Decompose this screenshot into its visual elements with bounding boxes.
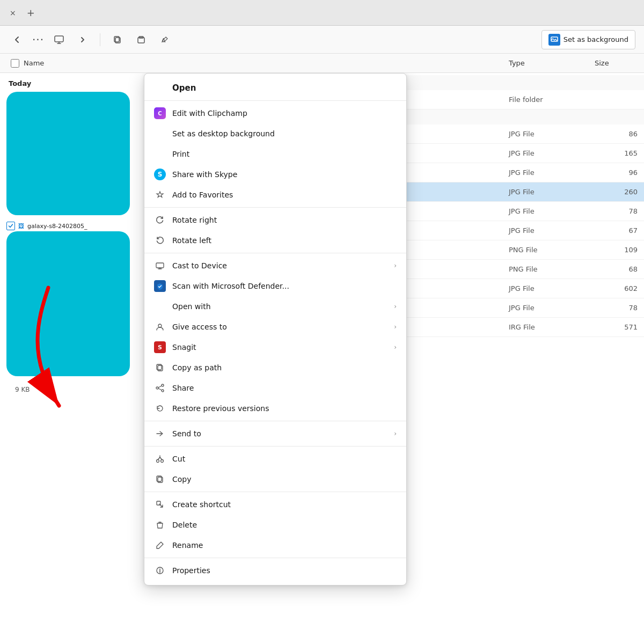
svg-point-12 [162, 384, 164, 386]
ctx-properties[interactable]: Properties [144, 560, 406, 581]
open-icon [154, 82, 166, 94]
cast-icon [154, 260, 166, 272]
ctx-print[interactable]: Print [144, 144, 406, 164]
cut-icon [154, 453, 166, 465]
ctx-open-with[interactable]: Open with › [144, 296, 406, 317]
paste-icon[interactable] [133, 31, 150, 48]
file-type-0: JPG File [509, 130, 595, 138]
selected-filename: galaxy-s8-2402805_ [27, 223, 87, 230]
ctx-section-manage: Create shortcut Delete Rename [144, 492, 406, 558]
ctx-properties-label: Properties [172, 566, 210, 575]
file-size-1: 165 [595, 149, 638, 157]
skype-icon: S [154, 169, 166, 180]
favorites-icon [154, 189, 166, 201]
ctx-edit-clipchamp[interactable]: C Edit with Clipchamp [144, 103, 406, 123]
ctx-share-skype[interactable]: S Share with Skype [144, 164, 406, 185]
file-list-header: Name Type Size [0, 54, 644, 73]
copy-icon[interactable] [109, 31, 126, 48]
ctx-open[interactable]: Open [144, 78, 406, 98]
ctx-copy-path[interactable]: Copy as path [144, 357, 406, 378]
give-access-icon [154, 321, 166, 333]
set-bg-icon [548, 34, 560, 46]
file-type-5: JPG File [509, 226, 595, 235]
rename-icon [154, 539, 166, 551]
ctx-delete[interactable]: Delete [144, 515, 406, 535]
ctx-cut-label: Cut [172, 455, 185, 463]
ctx-add-favorites[interactable]: Add to Favorites [144, 185, 406, 205]
column-header-size[interactable]: Size [595, 59, 638, 67]
ctx-scan-defender[interactable]: Scan with Microsoft Defender... [144, 276, 406, 296]
send-to-icon [154, 428, 166, 440]
copy-path-icon [154, 362, 166, 374]
ctx-cast-device[interactable]: Cast to Device › [144, 255, 406, 276]
ctx-section-properties: Properties [144, 558, 406, 583]
ctx-set-desktop-bg-label: Set as desktop background [172, 129, 275, 138]
chevron-right-button[interactable] [74, 31, 91, 48]
tab-add-button[interactable]: + [24, 5, 38, 20]
rotate-right-icon [154, 214, 166, 226]
desktop-bg-icon [154, 128, 166, 140]
print-icon [154, 148, 166, 160]
thumbnail-item-1[interactable] [6, 92, 130, 215]
ctx-restore-versions[interactable]: Restore previous versions [144, 398, 406, 419]
svg-point-14 [156, 387, 158, 389]
share-icon [154, 382, 166, 394]
ctx-section-more: Cast to Device › Scan with Microsoft Def… [144, 253, 406, 421]
ctx-share-label: Share [172, 384, 194, 392]
ctx-give-access[interactable]: Give access to › [144, 317, 406, 337]
ctx-copy-label: Copy [172, 475, 192, 484]
file-checkbox-selected[interactable] [6, 222, 15, 230]
rotate-left-icon [154, 235, 166, 246]
open-with-icon [154, 301, 166, 312]
ctx-snagit-label: Snagit [172, 343, 196, 352]
open-with-chevron: › [394, 303, 397, 310]
ctx-copy-path-label: Copy as path [172, 363, 222, 372]
file-type-folder: File folder [509, 96, 595, 104]
ctx-copy[interactable]: Copy [144, 469, 406, 489]
file-type-6: PNG File [509, 246, 595, 254]
file-size-selected: 260 [595, 188, 638, 196]
select-all-checkbox[interactable] [6, 59, 24, 68]
monitor-icon[interactable] [50, 31, 68, 48]
shortcut-icon [154, 499, 166, 510]
ctx-cut[interactable]: Cut [144, 449, 406, 469]
ctx-create-shortcut[interactable]: Create shortcut [144, 494, 406, 515]
ctx-copy-icon [154, 473, 166, 485]
file-type-2: JPG File [509, 169, 595, 177]
file-size-7: 68 [595, 265, 638, 273]
file-size-8: 602 [595, 284, 638, 292]
thumbnail-item-2[interactable] [6, 231, 130, 376]
back-button[interactable] [9, 31, 26, 48]
more-options-button[interactable]: ··· [32, 33, 44, 46]
svg-rect-0 [55, 36, 63, 42]
ctx-share-skype-label: Share with Skype [172, 170, 237, 179]
file-size-0: 86 [595, 130, 638, 138]
ctx-set-desktop-bg[interactable]: Set as desktop background [144, 123, 406, 144]
rename-icon[interactable]: A [156, 31, 173, 48]
file-size-2: 96 [595, 169, 638, 177]
file-type-1: JPG File [509, 149, 595, 157]
set-as-background-button[interactable]: Set as background [541, 30, 635, 49]
column-header-type[interactable]: Type [509, 59, 595, 67]
ctx-add-favorites-label: Add to Favorites [172, 191, 233, 199]
ctx-share[interactable]: Share [144, 378, 406, 398]
ctx-rotate-right[interactable]: Rotate right [144, 210, 406, 230]
column-header-name[interactable]: Name [24, 59, 509, 67]
cast-chevron: › [394, 262, 397, 269]
tab-close-button[interactable]: × [6, 6, 19, 19]
select-all-input[interactable] [11, 59, 19, 68]
snagit-icon: S [154, 341, 166, 353]
ctx-snagit[interactable]: S Snagit › [144, 337, 406, 357]
toolbar-separator [100, 33, 100, 46]
ctx-send-to[interactable]: Send to › [144, 423, 406, 444]
ctx-send-to-label: Send to [172, 429, 201, 438]
ctx-give-access-label: Give access to [172, 323, 227, 331]
file-type-8: JPG File [509, 284, 595, 292]
properties-icon [154, 565, 166, 576]
ctx-rotate-right-label: Rotate right [172, 216, 217, 224]
ctx-rename[interactable]: Rename [144, 535, 406, 555]
thumbnail-column: Today 🖼 galaxy-s8-2402805_ 9 KB [0, 73, 150, 644]
svg-point-13 [162, 390, 164, 392]
file-size-6: 109 [595, 246, 638, 254]
ctx-rotate-left[interactable]: Rotate left [144, 230, 406, 251]
